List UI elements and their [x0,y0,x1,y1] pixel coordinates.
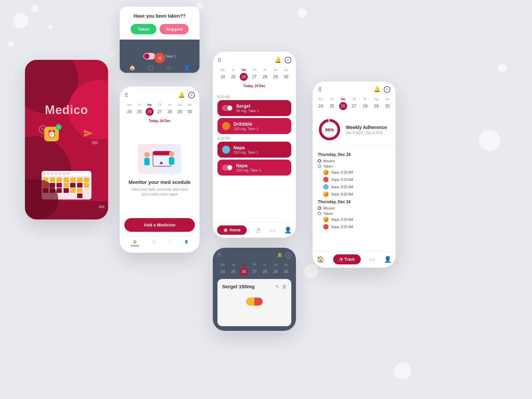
cal-ring [43,172,46,175]
notification-bell-icon[interactable]: 🔔 [178,92,185,98]
home-nav-icon[interactable]: 🏠 [129,65,136,71]
cal-day-fri[interactable]: Fr 28 [165,103,175,116]
cal-ring [67,172,69,175]
med-color-dot [323,217,329,222]
cal-day-sun[interactable]: Su 30 [281,68,291,81]
stats-icon[interactable]: ◔ [255,226,261,234]
cal-day-mon[interactable]: Mo 24 [315,97,326,110]
cal-day-thu[interactable]: Th 27 [249,68,260,81]
bell-icon[interactable]: 🔔 [277,252,283,258]
close-modal-button[interactable]: ✕ [154,53,165,63]
cal-day-wed[interactable]: We 26 [337,97,348,110]
cal-day-mon[interactable]: Mo 24 [217,263,228,276]
med-card-napa2[interactable]: Napa 150 mg, Take 1 [217,160,291,176]
cal-day-mon[interactable]: Mo 24 [124,103,134,116]
delete-icon[interactable]: 🗑 [282,284,287,289]
cal-day-wed[interactable]: We 26 [238,68,249,81]
cal-day-tue[interactable]: Tu 25 [326,97,337,110]
home-icon[interactable]: 🏠 [317,256,324,263]
notification-bell-icon[interactable]: 🔔 [275,57,281,64]
menu-icon[interactable]: ⠿ [318,86,323,93]
cal-day-sat[interactable]: Sa 29 [270,68,281,81]
profile-nav-icon[interactable]: 👤 [184,65,190,71]
med-dot [222,122,230,130]
cal-cell [77,178,82,182]
menu-icon[interactable]: ⠿ [124,92,129,98]
cal-day-tue[interactable]: Tu 25 [134,103,144,116]
day-num: 28 [261,73,269,81]
cal-day-wed[interactable]: We 26 [238,263,249,276]
edit-icon[interactable]: ✎ [275,284,279,289]
day-label: Mo [217,68,228,71]
adherence-percentage: 98% [325,127,334,132]
skipped-button[interactable]: Skipped [160,24,189,34]
card-icon: ▭ [168,240,171,243]
cal-day-sat[interactable]: Sa 29 [270,263,281,276]
card-icon[interactable]: ▭ [369,256,375,263]
nav-stats[interactable]: ◔ [152,239,155,247]
med-card-napa1[interactable]: Napa 150 mg, Take 1 [217,142,291,158]
cal-cell [64,178,69,182]
nav-profile[interactable]: 👤 [185,239,188,247]
cal-day-sun[interactable]: Su 30 [281,263,291,276]
cal-day-tue[interactable]: Tu 25 [228,68,239,81]
add-button-circle[interactable]: + [285,57,291,64]
day-label: Fr [260,263,270,266]
card-nav-icon[interactable]: ▭ [166,65,171,71]
cal-day-sun[interactable]: Su 30 [185,103,195,116]
med-item-text: Napa, 8:20 AM [331,193,353,196]
day-label: Mo [124,103,134,106]
cal-day-fri[interactable]: Fr 28 [260,68,270,81]
notification-bell-icon[interactable]: 🔔 [374,86,380,93]
illustration-subtitle: View your daily schedule and markyour me… [131,187,188,197]
cal-day-tue[interactable]: Tu 25 [228,263,239,276]
day-label-active: We [238,263,249,266]
cal-cell [64,183,69,188]
med-color-dot [323,192,329,197]
profile-icon[interactable]: 👤 [384,256,391,263]
taken-button[interactable]: Taken [131,24,156,34]
track-button[interactable]: ◔ Track [333,254,361,264]
card-icon[interactable]: ▭ [270,226,275,234]
cal-cell [84,178,89,182]
cal-day-wed[interactable]: We 26 [145,103,155,116]
cal-day-sat[interactable]: Sa 29 [371,97,382,110]
cal-day-fri[interactable]: Fr 28 [360,97,371,110]
med-item-text: Napa, 8:20 AM [331,178,353,182]
phone-schedule-monitor: ⠿ 🔔 + Mo 24 Tu 25 We 26 Th 27 [120,86,200,253]
med-list-item: Napa, 8:20 AM [323,184,390,190]
pill-toggle[interactable] [143,53,155,60]
add-button[interactable]: + [285,252,291,258]
cal-day-thu[interactable]: Th 27 [155,103,165,116]
cal-day-mon[interactable]: Mo 24 [217,68,228,81]
deco-bubble [304,264,318,278]
med-toggle[interactable] [222,105,233,111]
taken-dot [318,165,321,168]
med-toggle[interactable] [222,165,233,171]
nav-card[interactable]: ▭ [168,239,171,247]
profile-icon[interactable]: 👤 [284,226,292,234]
status-missed: Missed [318,159,390,163]
menu-icon[interactable]: ⠿ [217,57,222,64]
cal-ring [47,172,50,175]
nav-home[interactable]: 🏠 Home [131,239,139,247]
cal-day-sun[interactable]: Su 30 [382,97,393,110]
sergel-detail-card: Sergel 150mg ✎ 🗑 [217,279,291,326]
calendar-strip: Mo 24 Tu 25 We 26 Th 27 Fr 28 Sa 29 [124,103,195,116]
status-taken: Taken [318,164,390,168]
cal-day-thu[interactable]: Th 27 [348,97,359,110]
med-card-dribbble[interactable]: Dribbble 150 mg, Take 1 [217,118,291,134]
day-label: Sa [270,68,281,71]
cal-day-fri[interactable]: Fr 28 [260,263,270,276]
menu-icon[interactable]: ⠿ [217,252,221,258]
cal-day-sat[interactable]: Sa 29 [175,103,185,116]
add-medicine-button[interactable]: Add a Medicine [124,218,195,232]
add-button-circle[interactable]: + [384,86,390,93]
stats-nav-icon[interactable]: ◯ [148,65,154,71]
day-label: Sa [175,103,185,106]
add-button-circle[interactable]: + [188,92,195,98]
med-dose: 150 mg, Take 1 [236,168,261,172]
cal-day-thu[interactable]: Th 27 [249,263,260,276]
home-nav-button[interactable]: 🏠 Home [217,225,246,235]
med-card-sergel[interactable]: Sergel 20 mg, Take 1 [217,100,291,116]
